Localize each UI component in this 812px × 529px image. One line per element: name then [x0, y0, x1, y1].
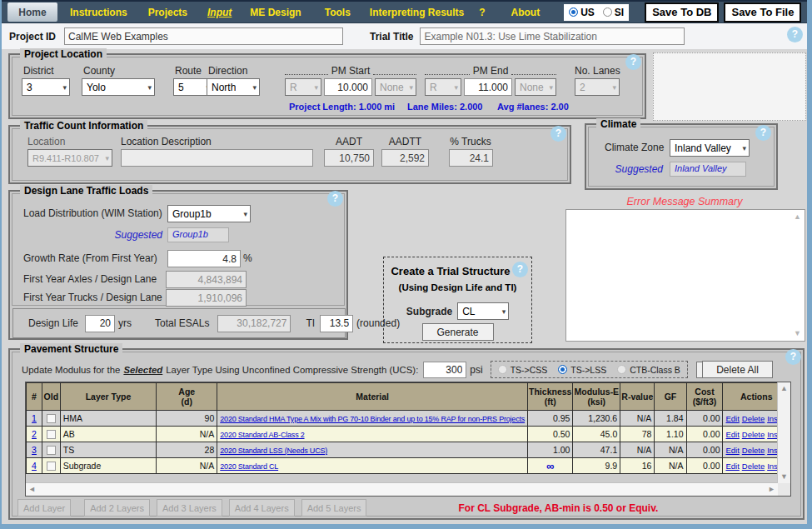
- location-select[interactable]: R9.411-R10.807▾: [27, 149, 112, 167]
- layer-number-cell: 4: [27, 458, 42, 474]
- scroll-right-icon[interactable]: ►: [768, 486, 775, 493]
- design-life-label: Design Life: [28, 317, 78, 329]
- add-layer-button[interactable]: Add Layer: [17, 499, 71, 517]
- column-header-1: Old: [42, 383, 60, 411]
- delete-link[interactable]: Delete: [742, 462, 765, 471]
- edit-link[interactable]: Edit: [725, 462, 739, 471]
- tab-interpreting-results[interactable]: Interpreting Results: [370, 7, 464, 18]
- layer-row-1: 1HMA902020 Standard HMA Type A Mix with …: [27, 411, 790, 427]
- no-lanes-select[interactable]: 2▾: [575, 78, 620, 96]
- old-checkbox[interactable]: [47, 414, 56, 423]
- radio-si-label: SI: [615, 7, 624, 18]
- district-select[interactable]: 3▾: [22, 78, 70, 96]
- delete-link[interactable]: Delete: [742, 446, 765, 455]
- aadtt-field[interactable]: [381, 149, 429, 167]
- radio-ctb-class-b[interactable]: CTB-Class B: [617, 365, 680, 375]
- add-2-layers-button[interactable]: Add 2 Layers: [84, 499, 150, 517]
- layer-number-link[interactable]: 2: [32, 429, 37, 439]
- tab-me-design[interactable]: ME Design: [250, 7, 301, 18]
- ti-input[interactable]: [320, 315, 353, 332]
- trial-title-input[interactable]: [420, 27, 685, 45]
- material-link[interactable]: 2020 Standard AB-Class 2: [220, 431, 304, 439]
- edit-link[interactable]: Edit: [725, 446, 739, 455]
- save-to-db-button[interactable]: Save To DB: [645, 2, 719, 22]
- add-3-layers-button[interactable]: Add 3 Layers: [157, 499, 222, 517]
- trial-structure-box: ? Create a Trial Structure (Using Design…: [383, 257, 532, 343]
- delete-link[interactable]: Delete: [742, 430, 765, 439]
- tab-projects[interactable]: Projects: [148, 7, 187, 18]
- material-link[interactable]: 2020 Standard HMA Type A Mix with PG 70-…: [220, 415, 525, 423]
- layer-number-link[interactable]: 3: [32, 445, 37, 455]
- main-nav: Home Instructions Projects Input ME Desi…: [2, 2, 807, 23]
- thickness-cell: 0.95: [528, 411, 573, 427]
- scroll-up-icon[interactable]: ▲: [780, 385, 788, 392]
- scroll-down-icon[interactable]: ▼: [780, 473, 788, 481]
- add-5-layers-button[interactable]: Add 5 Layers: [301, 499, 367, 517]
- material-cell: 2020 Standard AB-Class 2: [217, 427, 528, 442]
- tab-instructions[interactable]: Instructions: [70, 7, 127, 18]
- pm-start-suffix-select[interactable]: None▾: [375, 78, 416, 96]
- first-year-axles-label: First Year Axles / Design Lane: [23, 273, 157, 285]
- material-link[interactable]: 2020 Standard LSS (Needs UCS): [220, 447, 327, 455]
- generate-button[interactable]: Generate: [422, 323, 494, 341]
- help-icon[interactable]: ?: [785, 349, 801, 365]
- pm-end-input[interactable]: [464, 78, 512, 96]
- tab-home[interactable]: Home: [7, 2, 57, 22]
- vertical-scrollbar[interactable]: ▲ ▼: [777, 382, 790, 483]
- pm-start-prefix-select[interactable]: R▾: [285, 78, 321, 96]
- calme-web-app: Home Instructions Projects Input ME Desi…: [0, 0, 812, 529]
- pct-trucks-field[interactable]: [449, 149, 493, 167]
- delete-all-button[interactable]: Delete All: [702, 361, 773, 378]
- age-cell: N/A: [157, 458, 217, 474]
- material-link[interactable]: 2020 Standard CL: [220, 462, 278, 471]
- help-icon[interactable]: ?: [787, 27, 803, 42]
- tab-tools[interactable]: Tools: [325, 7, 351, 18]
- help-icon[interactable]: ?: [755, 125, 771, 141]
- old-checkbox[interactable]: [47, 462, 56, 471]
- old-checkbox[interactable]: [47, 446, 56, 455]
- tab-about[interactable]: About: [511, 7, 541, 18]
- ucs-input[interactable]: [423, 362, 466, 378]
- subgrade-select[interactable]: CL▾: [457, 302, 509, 320]
- county-select[interactable]: Yolo▾: [82, 78, 155, 96]
- climate-zone-select[interactable]: Inland Valley▾: [670, 139, 750, 157]
- edit-link[interactable]: Edit: [725, 414, 739, 423]
- layer-type-cell: TS: [60, 442, 157, 458]
- help-icon[interactable]: ?: [625, 54, 641, 70]
- aadtt-label: AADTT: [381, 136, 429, 147]
- error-summary-box[interactable]: ▲ ▼: [565, 209, 805, 342]
- direction-select[interactable]: North▾: [207, 78, 260, 96]
- radio-ts-css[interactable]: TS->CSS: [498, 365, 548, 375]
- help-icon[interactable]: ?: [550, 126, 566, 142]
- scroll-up-icon[interactable]: ▲: [794, 213, 801, 221]
- design-life-input[interactable]: [85, 315, 115, 332]
- pm-end-prefix-select[interactable]: R▾: [425, 78, 461, 96]
- subgrade-label: Subgrade: [406, 306, 452, 317]
- radio-us[interactable]: US: [569, 7, 595, 18]
- generate-row: Generate: [384, 323, 531, 341]
- tab-help[interactable]: ?: [479, 7, 485, 18]
- aadt-field[interactable]: [324, 149, 374, 167]
- edit-link[interactable]: Edit: [725, 430, 739, 439]
- layer-number-link[interactable]: 1: [32, 413, 37, 423]
- wim-select[interactable]: Group1b▾: [167, 205, 251, 222]
- radio-si[interactable]: SI: [603, 7, 624, 18]
- add-4-layers-button[interactable]: Add 4 Layers: [229, 499, 295, 517]
- growth-rate-input[interactable]: [167, 250, 241, 267]
- help-icon[interactable]: ?: [327, 191, 343, 207]
- project-id-input[interactable]: [64, 27, 343, 45]
- layer-number-link[interactable]: 4: [32, 461, 37, 471]
- save-to-file-button[interactable]: Save To File: [724, 2, 801, 22]
- pm-start-input[interactable]: [324, 78, 372, 96]
- location-description-input[interactable]: [121, 149, 313, 167]
- pm-end-suffix-select[interactable]: None▾: [515, 78, 556, 96]
- column-header-7: R-value: [620, 383, 655, 411]
- column-header-9: Cost($/ft3): [686, 383, 723, 411]
- radio-ts-lss[interactable]: TS->LSS: [558, 365, 606, 375]
- scroll-down-icon[interactable]: ▼: [794, 330, 801, 337]
- tab-input[interactable]: Input: [207, 7, 232, 18]
- delete-link[interactable]: Delete: [742, 414, 765, 423]
- old-checkbox[interactable]: [47, 430, 56, 439]
- horizontal-scrollbar[interactable]: ◄ ►: [26, 482, 778, 496]
- scroll-left-icon[interactable]: ◄: [28, 486, 36, 493]
